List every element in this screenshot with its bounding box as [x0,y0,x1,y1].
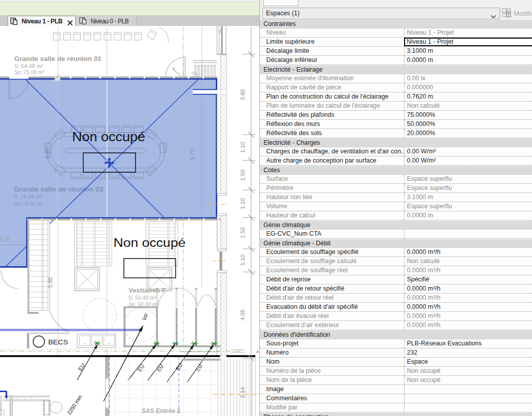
svg-text:3.14: 3.14 [240,387,246,398]
svg-text:EU: EU [137,363,146,373]
svg-text:VP: VP [141,312,150,322]
svg-text:2250 mm: 2250 mm [66,394,83,416]
svg-text:Grande salle de réunion 01: Grande salle de réunion 01 [14,55,102,62]
svg-text:S: 50.49 m²: S: 50.49 m² [128,295,156,301]
svg-text:Vestiaires F: Vestiaires F [128,286,166,294]
svg-text:Non occupé: Non occupé [114,236,186,249]
svg-text:5.80: 5.80 [47,277,53,287]
svg-text:EU: EU [155,363,164,373]
svg-text:1.10: 1.10 [240,254,246,266]
svg-text:3.80: 3.80 [240,89,246,101]
svg-text:SAS Entrée 2: SAS Entrée 2 [142,407,180,414]
svg-text:1.50: 1.50 [240,170,246,181]
svg-text:EU: EU [77,362,86,372]
svg-text:1.50: 1.50 [240,227,246,238]
svg-text:A: A [256,349,259,354]
svg-text:BECS: BECS [48,338,68,346]
svg-text:1.10: 1.10 [240,142,246,153]
svg-text:Sp: 50.00 m²: Sp: 50.00 m² [128,301,158,307]
svg-text:S: 64.48 m²: S: 64.48 m² [14,63,43,69]
svg-text:Sp: 75.00 m²: Sp: 75.00 m² [14,69,44,75]
svg-text:1.10: 1.10 [240,198,246,209]
svg-text:4.05: 4.05 [240,309,246,321]
svg-text:2.15: 2.15 [0,236,10,242]
svg-text:Non occupé: Non occupé [72,130,145,144]
